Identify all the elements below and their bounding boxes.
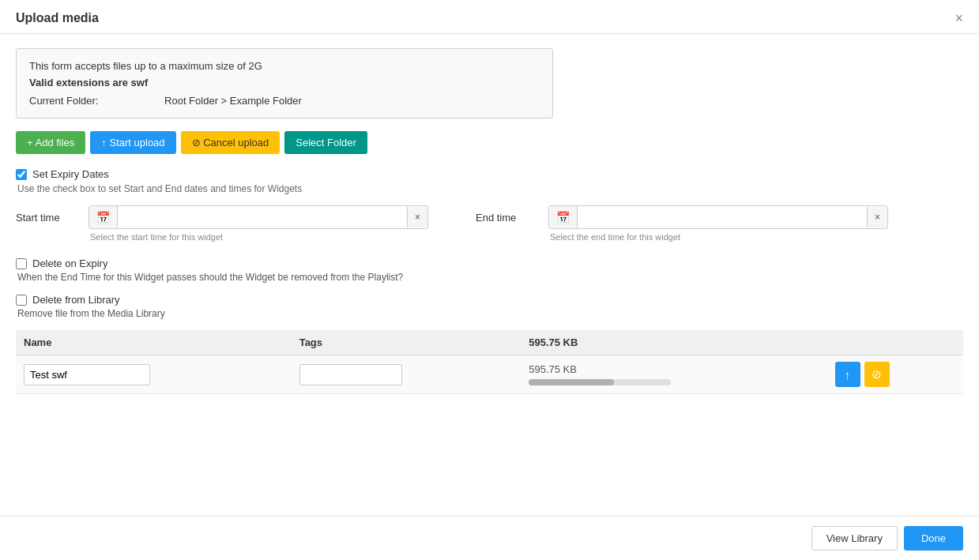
remove-file-button[interactable]: ⊘	[864, 362, 890, 387]
info-box: This form accepts files up to a maximum …	[16, 48, 553, 118]
table-header-row: Name Tags 595.75 KB	[16, 330, 963, 355]
end-time-hint: Select the end time for this widget	[550, 232, 888, 242]
expiry-section: Set Expiry Dates Use the check box to se…	[16, 168, 963, 242]
delete-expiry-checkbox[interactable]	[16, 258, 27, 269]
progress-bar-bg	[529, 379, 671, 385]
table-row: 595.75 KB ↑ ⊘	[16, 355, 963, 394]
end-time-block: End time 📅 × Select the end time fo	[476, 205, 888, 242]
folder-path: Root Folder > Example Folder	[164, 95, 302, 107]
modal-header: Upload media ×	[0, 0, 979, 34]
file-tags-input[interactable]	[299, 364, 402, 385]
modal-title: Upload media	[16, 11, 99, 25]
end-time-input[interactable]	[578, 207, 867, 228]
start-time-input[interactable]	[118, 207, 407, 228]
file-size-cell: 595.75 KB	[521, 355, 827, 394]
remove-icon: ⊘	[872, 367, 882, 381]
col-actions	[827, 330, 963, 355]
delete-library-text: Delete from Library	[32, 294, 120, 306]
current-folder-label: Current Folder:	[29, 95, 98, 107]
end-time-calendar-button[interactable]: 📅	[549, 206, 578, 228]
modal-body: This form accepts files up to a maximum …	[0, 34, 979, 516]
set-expiry-label[interactable]: Set Expiry Dates	[16, 168, 963, 180]
calendar-icon: 📅	[96, 211, 110, 224]
start-upload-button[interactable]: ↑ Start upload	[90, 131, 175, 154]
time-section: Start time 📅 × Select the start tim	[16, 205, 963, 242]
delete-library-hint: Remove file from the Media Library	[17, 308, 963, 319]
file-name-cell	[16, 355, 292, 394]
start-time-wrapper: 📅 ×	[88, 205, 428, 229]
select-folder-button[interactable]: Select Folder	[284, 131, 367, 154]
col-tags: Tags	[292, 330, 522, 355]
end-time-inner: 📅 × Select the end time for this widget	[548, 205, 888, 242]
start-time-clear-button[interactable]: ×	[407, 207, 427, 227]
delete-library-label[interactable]: Delete from Library	[16, 294, 963, 306]
delete-from-library-section: Delete from Library Remove file from the…	[16, 294, 963, 319]
calendar-icon-end: 📅	[556, 211, 570, 224]
col-size: 595.75 KB	[521, 330, 827, 355]
end-time-input-row: 📅 ×	[548, 205, 888, 229]
close-button[interactable]: ×	[955, 11, 963, 25]
expiry-hint: Use the check box to set Start and End d…	[17, 183, 963, 194]
delete-on-expiry-section: Delete on Expiry When the End Time for t…	[16, 257, 963, 283]
start-time-hint: Select the start time for this widget	[90, 232, 428, 242]
start-time-block: Start time 📅 × Select the start tim	[16, 205, 428, 242]
end-time-clear-button[interactable]: ×	[867, 207, 887, 227]
upload-media-modal: Upload media × This form accepts files u…	[0, 0, 979, 560]
delete-expiry-text: Delete on Expiry	[32, 257, 107, 269]
col-name: Name	[16, 330, 292, 355]
add-files-button[interactable]: + Add files	[16, 131, 85, 154]
file-name-input[interactable]	[24, 364, 150, 385]
progress-bar-fill	[529, 379, 614, 385]
end-time-wrapper: 📅 ×	[548, 205, 888, 229]
set-expiry-text: Set Expiry Dates	[32, 168, 109, 180]
file-actions-cell: ↑ ⊘	[827, 355, 963, 394]
delete-expiry-hint: When the End Time for this Widget passes…	[17, 272, 963, 283]
valid-ext-text: Valid extensions are swf	[29, 77, 540, 88]
file-size-text: 595.75 KB	[529, 363, 819, 375]
start-time-input-row: 📅 ×	[88, 205, 428, 229]
set-expiry-checkbox[interactable]	[16, 169, 27, 180]
toolbar: + Add files ↑ Start upload ⊘ Cancel uplo…	[16, 131, 963, 154]
modal-footer: View Library Done	[0, 516, 979, 560]
cancel-upload-button[interactable]: ⊘ Cancel upload	[181, 131, 281, 154]
delete-library-checkbox[interactable]	[16, 295, 27, 306]
view-library-button[interactable]: View Library	[811, 526, 898, 551]
done-button[interactable]: Done	[904, 526, 963, 551]
upload-file-button[interactable]: ↑	[835, 362, 860, 387]
start-time-calendar-button[interactable]: 📅	[89, 206, 118, 228]
start-time-inner: 📅 × Select the start time for this widge…	[88, 205, 428, 242]
file-table: Name Tags 595.75 KB 595.75 KB	[16, 330, 963, 394]
delete-expiry-label[interactable]: Delete on Expiry	[16, 257, 963, 269]
action-buttons: ↑ ⊘	[835, 362, 955, 387]
upload-icon: ↑	[845, 368, 851, 381]
max-size-text: This form accepts files up to a maximum …	[29, 60, 540, 72]
start-time-label: Start time	[16, 205, 79, 224]
current-folder-row: Current Folder: Root Folder > Example Fo…	[29, 95, 540, 107]
end-time-label: End time	[476, 205, 539, 224]
file-tags-cell	[292, 355, 522, 394]
